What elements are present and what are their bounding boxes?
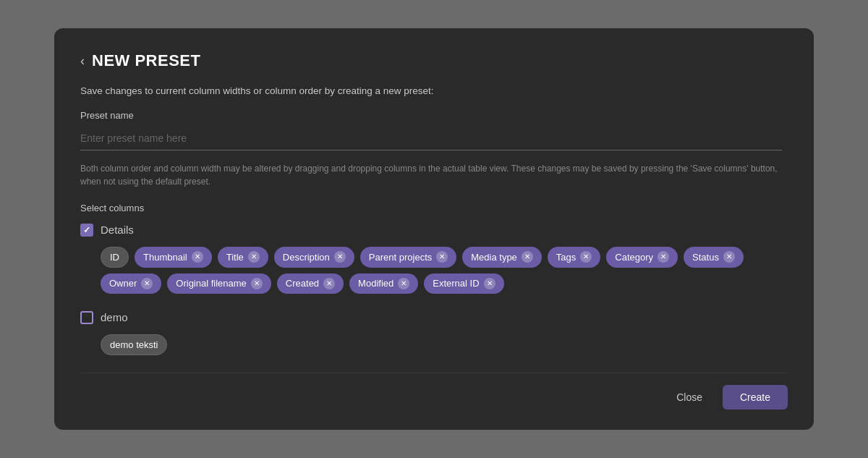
- tag-created-label: Created: [286, 278, 319, 289]
- tag-created-remove[interactable]: ✕: [323, 278, 335, 289]
- section-details: Details ID Thumbnail ✕ Title ✕ De: [80, 224, 782, 294]
- modal-footer: Close Create: [80, 373, 788, 410]
- tag-media-type-label: Media type: [471, 252, 517, 263]
- section-demo-header: demo: [80, 311, 782, 324]
- tag-modified-remove[interactable]: ✕: [398, 278, 409, 289]
- modal-body: Save changes to current column widths or…: [80, 85, 788, 373]
- tag-modified[interactable]: Modified ✕: [349, 273, 418, 294]
- section-demo: demo demo teksti: [80, 311, 782, 355]
- tag-original-filename[interactable]: Original filename ✕: [167, 273, 271, 294]
- tag-modified-label: Modified: [358, 278, 393, 289]
- tag-owner-label: Owner: [109, 278, 137, 289]
- modal-header: ‹ NEW PRESET: [80, 51, 788, 70]
- checkbox-demo[interactable]: [80, 311, 93, 324]
- tag-id-label: ID: [110, 252, 119, 263]
- tag-created[interactable]: Created ✕: [277, 273, 344, 294]
- tag-title[interactable]: Title ✕: [218, 247, 268, 268]
- tag-owner[interactable]: Owner ✕: [101, 273, 161, 294]
- modal-overlay: ‹ NEW PRESET Save changes to current col…: [0, 0, 868, 458]
- tag-external-id-label: External ID: [433, 278, 479, 289]
- tag-owner-remove[interactable]: ✕: [141, 278, 153, 289]
- tag-original-filename-label: Original filename: [176, 278, 247, 289]
- section-details-header: Details: [80, 224, 782, 237]
- tag-category-remove[interactable]: ✕: [658, 251, 669, 263]
- section-demo-name: demo: [101, 311, 128, 323]
- details-tags-row: ID Thumbnail ✕ Title ✕ Description ✕: [80, 247, 782, 268]
- tag-id[interactable]: ID: [101, 247, 129, 268]
- tag-tags[interactable]: Tags ✕: [548, 247, 600, 268]
- tag-media-type-remove[interactable]: ✕: [522, 251, 533, 263]
- tag-status[interactable]: Status ✕: [684, 247, 744, 268]
- tag-description-label: Description: [283, 252, 330, 263]
- tag-status-remove[interactable]: ✕: [723, 251, 735, 263]
- tag-tags-remove[interactable]: ✕: [580, 251, 592, 263]
- close-button[interactable]: Close: [665, 386, 714, 409]
- modal-container: ‹ NEW PRESET Save changes to current col…: [54, 28, 814, 430]
- tag-demo-teksti-label: demo teksti: [110, 339, 158, 350]
- tag-thumbnail-label: Thumbnail: [143, 252, 187, 263]
- tag-thumbnail[interactable]: Thumbnail ✕: [135, 247, 212, 268]
- tag-media-type[interactable]: Media type ✕: [462, 247, 542, 268]
- back-icon[interactable]: ‹: [80, 54, 85, 67]
- tag-description-remove[interactable]: ✕: [334, 251, 346, 263]
- select-columns-label: Select columns: [80, 203, 782, 213]
- preset-name-input[interactable]: [80, 127, 782, 150]
- tag-external-id-remove[interactable]: ✕: [484, 278, 495, 289]
- create-button[interactable]: Create: [723, 385, 788, 410]
- demo-tags-row: demo teksti: [80, 334, 782, 355]
- tag-status-label: Status: [692, 252, 719, 263]
- description-text: Save changes to current column widths or…: [80, 85, 782, 98]
- tag-original-filename-remove[interactable]: ✕: [251, 278, 263, 289]
- tag-title-label: Title: [226, 252, 244, 263]
- details-tags-row-2: Owner ✕ Original filename ✕ Created ✕ Mo…: [80, 273, 782, 294]
- tag-tags-label: Tags: [556, 252, 576, 263]
- tag-parent-projects[interactable]: Parent projects ✕: [360, 247, 456, 268]
- preset-name-label: Preset name: [80, 110, 782, 121]
- tag-parent-projects-remove[interactable]: ✕: [436, 251, 448, 263]
- tag-demo-teksti[interactable]: demo teksti: [101, 334, 167, 355]
- section-details-name: Details: [101, 224, 134, 236]
- helper-text: Both column order and column width may b…: [80, 162, 782, 188]
- tag-title-remove[interactable]: ✕: [248, 251, 260, 263]
- tag-description[interactable]: Description ✕: [274, 247, 354, 268]
- checkbox-details[interactable]: [80, 224, 93, 237]
- tag-parent-projects-label: Parent projects: [369, 252, 432, 263]
- tag-thumbnail-remove[interactable]: ✕: [192, 251, 203, 263]
- modal-title: NEW PRESET: [92, 51, 200, 70]
- tag-category[interactable]: Category ✕: [606, 247, 678, 268]
- tag-external-id[interactable]: External ID ✕: [424, 273, 503, 294]
- tag-category-label: Category: [615, 252, 653, 263]
